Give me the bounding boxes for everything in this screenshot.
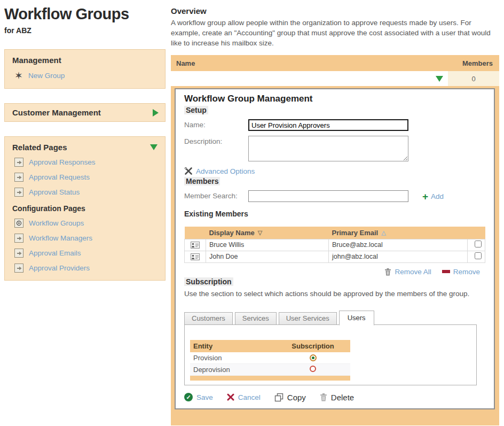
members-column-header[interactable]: Members [462,59,499,67]
display-name-header[interactable]: Display Name▽ [206,227,329,239]
subscription-description: Use the section to select which actions … [184,290,486,298]
member-display-name: Bruce Willis [206,239,329,251]
entity-header-row: Entity Subscription [190,340,350,352]
tab-users[interactable]: Users [339,311,374,326]
subscription-tabs: Customers Services User Services Users [184,311,486,325]
select-column [468,227,485,239]
sidebar-item-approval-responses[interactable]: Approval Responses [12,158,158,167]
contact-card-icon [185,251,206,262]
workflow-groups-link[interactable]: Workflow Groups [29,219,84,227]
arrow-box-icon[interactable] [14,188,23,197]
existing-members-heading: Existing Members [184,210,486,218]
delete-button[interactable]: Delete [331,393,354,402]
arrow-box-icon[interactable] [14,234,23,243]
sidebar-item-workflow-managers[interactable]: Workflow Managers [12,234,158,243]
table-row: Deprovision [190,364,350,376]
configuration-pages-title: Configuration Pages [12,204,158,213]
tools-icon[interactable] [184,167,193,175]
name-column-header[interactable]: Name [171,59,195,67]
add-member-row[interactable]: + Add [422,190,444,202]
management-title: Management [12,56,158,65]
new-group-star-icon[interactable]: ✶ [14,71,23,81]
page-title: Workflow Groups [4,5,166,23]
sort-ascending-icon[interactable]: △ [381,229,385,236]
workflow-managers-link[interactable]: Workflow Managers [29,234,92,242]
sidebar-item-approval-status[interactable]: Approval Status [12,188,158,197]
deprovision-radio-unselected[interactable] [310,366,316,372]
group-name-input[interactable] [248,119,408,131]
customer-management-title: Customer Management [12,108,101,117]
description-label: Description: [184,136,248,145]
overview-title: Overview [171,6,499,16]
related-pages-title: Related Pages [12,143,67,152]
sidebar-item-approval-requests[interactable]: Approval Requests [12,173,158,182]
advanced-options-row[interactable]: Advanced Options [184,167,486,175]
primary-email-header[interactable]: Primary Email△ [329,227,468,239]
member-search-input[interactable] [248,190,408,202]
copy-icon[interactable] [274,393,284,402]
chevron-right-icon[interactable] [153,109,159,117]
contact-card-icon [185,239,206,251]
tab-services[interactable]: Services [235,312,277,325]
member-select-checkbox[interactable] [475,252,482,259]
sidebar-item-workflow-groups[interactable]: Workflow Groups [12,219,158,228]
groups-table-header: Name Members [171,55,499,71]
subscription-heading: Subscription [184,277,233,286]
main-content: Overview A workflow group allow people w… [171,6,499,425]
save-check-icon[interactable]: ✓ [184,393,193,401]
save-button[interactable]: Save [196,393,213,401]
approval-status-link[interactable]: Approval Status [29,188,80,196]
advanced-options-link[interactable]: Advanced Options [196,167,255,175]
approval-emails-link[interactable]: Approval Emails [29,249,81,257]
provision-radio-selected[interactable] [311,355,316,360]
tab-customers[interactable]: Customers [184,312,233,325]
new-group-link[interactable]: New Group [28,72,65,80]
trash-icon[interactable] [384,268,391,276]
existing-members-table: Display Name▽ Primary Email△ Bruce Willi… [184,227,485,263]
group-row[interactable]: 0 [171,71,499,86]
approval-requests-link[interactable]: Approval Requests [29,173,90,181]
sort-descending-icon[interactable]: ▽ [258,229,262,236]
chevron-down-icon[interactable] [150,144,158,150]
delete-trash-icon[interactable] [320,393,327,401]
tab-user-services[interactable]: User Services [279,312,337,325]
name-label: Name: [184,119,248,129]
action-bar: ✓ Save Cancel Copy Delete [184,393,486,402]
overview-description: A workflow group allow people within the… [171,18,491,48]
cancel-button[interactable]: Cancel [238,393,261,401]
member-select-checkbox[interactable] [475,241,482,247]
add-member-link[interactable]: Add [431,192,444,200]
related-pages-box: Related Pages Approval Responses Approva… [4,136,166,281]
arrow-box-icon[interactable] [14,249,23,258]
plus-icon[interactable]: + [422,191,428,202]
arrow-box-icon[interactable] [14,173,23,182]
members-header-row: Display Name▽ Primary Email△ [185,227,485,239]
collapse-row-icon[interactable] [436,76,443,82]
group-description-textarea[interactable] [248,136,408,161]
sidebar-item-approval-emails[interactable]: Approval Emails [12,249,158,258]
customer-management-box[interactable]: Customer Management [4,103,166,122]
arrow-box-icon[interactable] [14,158,23,167]
members-count-cell: 0 [448,71,499,86]
cancel-x-icon[interactable] [227,393,234,401]
copy-button[interactable]: Copy [287,393,306,402]
approval-providers-link[interactable]: Approval Providers [29,264,90,272]
sidebar-item-approval-providers[interactable]: Approval Providers [12,264,158,273]
users-tab-panel: Entity Subscription Provision Deprovisio… [184,324,477,385]
subscription-column-header: Subscription [275,340,350,352]
sidebar: Workflow Groups for ABZ Management ✶ New… [4,5,166,281]
member-primary-email: Bruce@abz.local [329,239,468,251]
new-group-row[interactable]: ✶ New Group [12,71,158,81]
entity-table-footer [190,376,350,381]
approval-responses-link[interactable]: Approval Responses [29,158,96,166]
group-detail-row: Workflow Group Management Setup Name: De… [171,86,499,425]
remove-all-link[interactable]: Remove All [395,268,431,276]
remove-link[interactable]: Remove [453,268,480,276]
workflow-group-management-panel: Workflow Group Management Setup Name: De… [175,88,495,409]
table-row: John Doe john@abz.local [185,251,485,262]
arrow-box-icon[interactable] [14,264,23,273]
bullseye-icon[interactable] [14,219,23,228]
remove-dash-icon[interactable] [442,270,450,273]
member-primary-email: john@abz.local [329,251,468,262]
management-box: Management ✶ New Group [4,49,166,89]
